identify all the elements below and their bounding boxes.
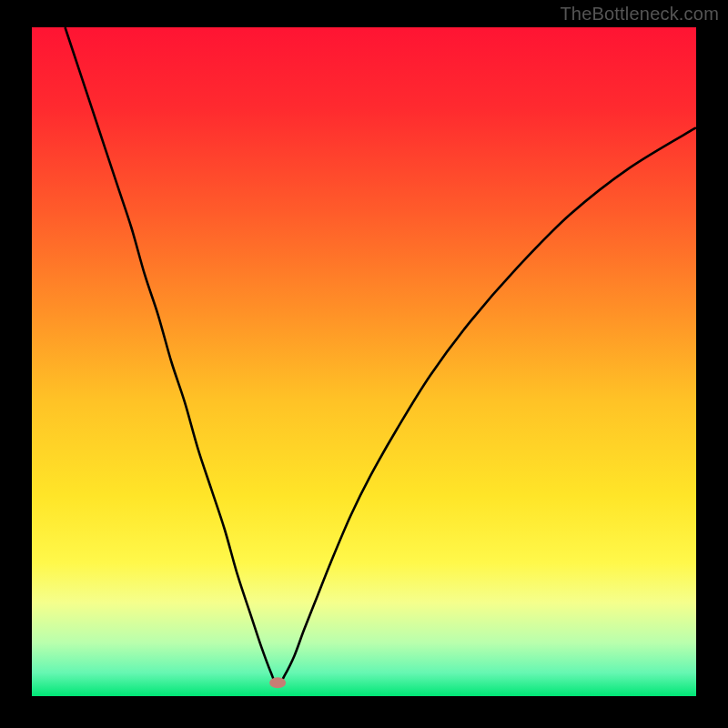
plot-area <box>32 27 696 696</box>
optimal-point-marker <box>269 677 286 688</box>
gradient-background <box>32 27 696 696</box>
watermark-text: TheBottleneck.com <box>560 4 719 25</box>
chart-svg <box>32 27 696 696</box>
chart-frame: TheBottleneck.com <box>0 0 728 728</box>
